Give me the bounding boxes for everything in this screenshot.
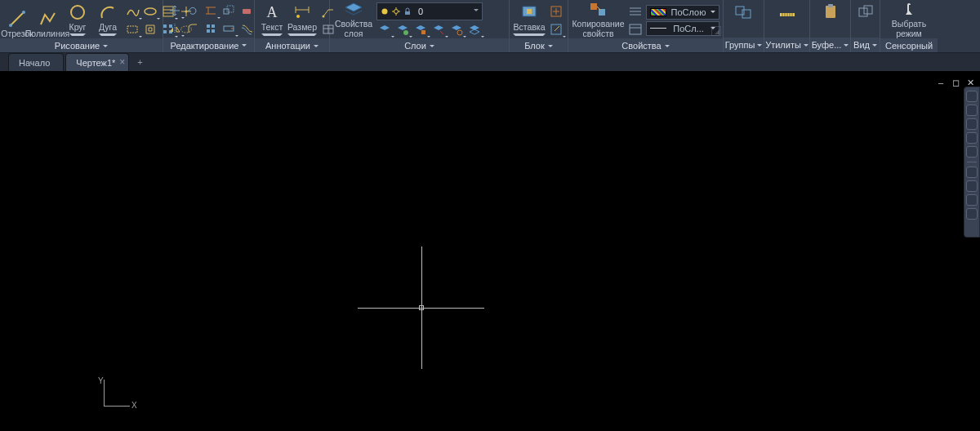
- panel-groups[interactable]: Группы: [724, 0, 764, 52]
- offset-icon[interactable]: [238, 20, 255, 37]
- fillet-icon[interactable]: [185, 20, 201, 37]
- rotate-icon[interactable]: [185, 2, 201, 19]
- panel-utilities[interactable]: Утилиты: [764, 0, 810, 52]
- mirror-icon[interactable]: [167, 20, 183, 37]
- panel-touch: Выбрать режим Сенсорный: [880, 0, 938, 52]
- nav-slot[interactable]: [966, 194, 978, 206]
- layer-util-1[interactable]: [376, 21, 393, 38]
- current-layer-combo[interactable]: 0: [376, 2, 483, 20]
- svg-rect-22: [207, 29, 210, 33]
- drawing-canvas[interactable]: – ◻ ✕ Y X: [0, 72, 980, 431]
- tool-dimension[interactable]: Размер: [288, 2, 316, 38]
- svg-rect-20: [207, 24, 210, 28]
- tool-polyline[interactable]: Полилиния: [33, 2, 61, 38]
- document-tabbar: Начало Чертеж1* × +: [0, 53, 980, 72]
- insert-block-button[interactable]: Вставка: [513, 2, 546, 38]
- panel-edit-title[interactable]: Редактирование: [163, 38, 254, 52]
- layer-util-4[interactable]: [430, 21, 447, 38]
- tool-ellipse-icon[interactable]: [142, 3, 158, 20]
- maximize-icon[interactable]: ◻: [951, 78, 960, 88]
- panel-groups-title[interactable]: Группы: [724, 38, 764, 52]
- svg-rect-11: [127, 26, 137, 33]
- nav-slot[interactable]: [966, 180, 978, 192]
- svg-point-34: [382, 9, 388, 15]
- svg-point-30: [323, 15, 325, 17]
- block-create-icon[interactable]: [548, 3, 564, 20]
- erase-icon[interactable]: [238, 2, 255, 19]
- bulb-icon: [381, 7, 389, 16]
- nav-slot[interactable]: [966, 146, 978, 158]
- svg-rect-48: [599, 9, 605, 16]
- lineweight-combo[interactable]: ПоСл...: [646, 21, 719, 36]
- lock-icon: [403, 7, 412, 16]
- tool-spline-icon[interactable]: [124, 3, 140, 20]
- panel-block-title[interactable]: Блок: [510, 38, 568, 52]
- layer-util-2[interactable]: [394, 21, 411, 38]
- nav-slot[interactable]: [966, 208, 978, 220]
- layer-util-5[interactable]: [448, 21, 465, 38]
- utilities-icon: [776, 2, 799, 21]
- nav-slot[interactable]: [966, 91, 978, 102]
- explode-icon[interactable]: [203, 20, 219, 37]
- layer-name-label: 0: [415, 7, 470, 16]
- tab-start[interactable]: Начало: [8, 53, 64, 71]
- tool-text[interactable]: A Текст: [258, 2, 286, 38]
- move-icon[interactable]: [167, 2, 183, 19]
- panel-view-title[interactable]: Вид: [851, 38, 880, 52]
- svg-rect-64: [859, 8, 867, 16]
- groups-icon: [733, 2, 755, 21]
- layer-properties-button[interactable]: Свойства слоя: [333, 2, 374, 38]
- svg-rect-42: [421, 30, 425, 34]
- panel-utilities-title[interactable]: Утилиты: [764, 38, 809, 52]
- svg-point-43: [457, 30, 462, 35]
- properties-dialog-launcher[interactable]: [711, 26, 721, 36]
- color-combo[interactable]: ПоСлою: [646, 5, 719, 20]
- ucs-x-label: X: [131, 401, 137, 410]
- svg-point-41: [403, 30, 408, 35]
- tool-rect-icon[interactable]: [124, 21, 140, 38]
- tab-drawing1[interactable]: Чертеж1* ×: [65, 53, 129, 71]
- nav-slot[interactable]: [966, 118, 978, 130]
- scale-icon[interactable]: [220, 2, 237, 19]
- layer-util-6[interactable]: [466, 21, 483, 38]
- svg-line-0: [11, 12, 24, 25]
- svg-point-4: [145, 8, 156, 15]
- svg-rect-52: [630, 24, 641, 34]
- crosshair-pickbox: [419, 305, 424, 310]
- svg-text:A: A: [267, 4, 278, 20]
- panel-layers: Свойства слоя 0: [330, 0, 510, 52]
- panel-view[interactable]: Вид: [851, 0, 880, 52]
- props-palette-icon[interactable]: [627, 21, 644, 38]
- tool-region-icon[interactable]: [142, 21, 158, 38]
- svg-point-29: [296, 15, 300, 18]
- navigation-bar[interactable]: [964, 87, 980, 238]
- layer-util-3[interactable]: [412, 21, 429, 38]
- panel-annot-title[interactable]: Аннотации: [255, 38, 329, 52]
- nav-slot[interactable]: [966, 104, 978, 116]
- panel-properties-title[interactable]: Свойства: [568, 38, 723, 52]
- block-edit-icon[interactable]: [548, 21, 564, 38]
- close-icon[interactable]: ×: [119, 56, 125, 68]
- svg-point-3: [71, 6, 84, 19]
- svg-rect-19: [243, 9, 251, 14]
- panel-block: Вставка Блок: [510, 0, 568, 52]
- stretch-icon[interactable]: [220, 20, 237, 37]
- props-listview-icon[interactable]: [627, 3, 644, 20]
- panel-edit: Редактирование: [163, 0, 255, 52]
- view-icon: [854, 2, 877, 21]
- panel-clipboard-title[interactable]: Буфе...: [810, 38, 850, 52]
- ribbon: Отрезок Полилиния Круг Дуга: [0, 0, 980, 53]
- nav-slot[interactable]: [966, 167, 978, 178]
- panel-layers-title[interactable]: Слои: [330, 38, 509, 52]
- tab-add[interactable]: +: [131, 53, 149, 71]
- tool-arc[interactable]: Дуга: [94, 2, 122, 38]
- nav-slot[interactable]: [966, 132, 978, 144]
- svg-rect-23: [212, 29, 215, 33]
- panel-draw-title[interactable]: Рисование: [0, 38, 163, 52]
- tool-circle[interactable]: Круг: [64, 2, 91, 38]
- match-properties-button[interactable]: Копирование свойств: [572, 2, 625, 38]
- touch-mode-button[interactable]: Выбрать режим: [884, 2, 933, 38]
- trim-icon[interactable]: [203, 2, 219, 19]
- panel-clipboard[interactable]: Буфе...: [810, 0, 851, 52]
- minimize-icon[interactable]: –: [936, 78, 946, 88]
